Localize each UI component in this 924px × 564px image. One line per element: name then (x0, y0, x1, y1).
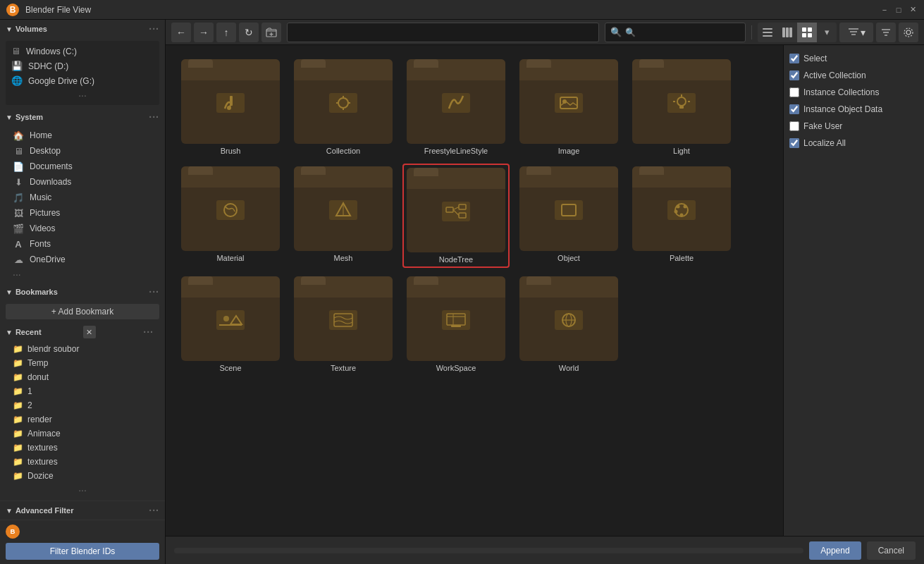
recent-item-6[interactable]: 📁 Animace (0, 427, 165, 441)
recent-item-4[interactable]: 📁 2 (0, 398, 165, 412)
volume-item-c[interactable]: 🖥 Windows (C:) (6, 44, 159, 59)
texture-folder-icon (328, 306, 359, 339)
file-item-image[interactable]: Image (515, 56, 622, 158)
refresh-button[interactable]: ↻ (239, 23, 259, 42)
settings-button[interactable] (899, 23, 918, 42)
view-dropdown-button[interactable]: ▾ (817, 23, 837, 42)
add-bookmark-button[interactable]: + Add Bookmark (6, 304, 159, 319)
onedrive-icon: ☁ (13, 254, 24, 265)
recent-item-label-7: textures (27, 443, 58, 453)
volumes-label: Volumes (16, 25, 47, 33)
instance-object-data-checkbox[interactable] (789, 104, 799, 114)
sidebar-item-label-fonts: Fonts (30, 239, 51, 249)
recent-item-5[interactable]: 📁 render (0, 412, 165, 427)
recent-item-3[interactable]: 📁 1 (0, 384, 165, 398)
recent-item-0[interactable]: 📁 blendr soubor (0, 342, 165, 356)
sidebar-item-pictures[interactable]: 🖼 Pictures (0, 205, 165, 221)
search-input[interactable] (605, 23, 746, 42)
advanced-filter-label: Advanced Filter (16, 506, 74, 515)
recent-item-2[interactable]: 📁 donut (0, 370, 165, 384)
sidebar-item-music[interactable]: 🎵 Music (0, 190, 165, 205)
instance-object-data-label[interactable]: Instance Object Data (803, 104, 882, 114)
advanced-filter-header[interactable]: ▼ Advanced Filter ··· (0, 501, 165, 520)
sidebar-item-documents[interactable]: 📄 Documents (0, 159, 165, 174)
file-name-collection: Collection (326, 147, 360, 155)
filter-blender-ids-button[interactable]: Filter Blender IDs (6, 543, 159, 560)
horizontal-scrollbar[interactable] (174, 548, 803, 553)
recent-header[interactable]: ▼ Recent ✕ ··· (0, 322, 165, 342)
column-view-button[interactable] (777, 23, 797, 42)
file-item-mesh[interactable]: Mesh (290, 164, 397, 268)
create-folder-button[interactable] (261, 23, 281, 42)
sort-button[interactable] (876, 23, 896, 42)
recent-toggle-icon: ▼ (6, 329, 13, 336)
append-button[interactable]: Append (809, 541, 861, 560)
grid-view-button[interactable] (797, 23, 817, 42)
localize-all-label[interactable]: Localize All (803, 138, 846, 148)
maximize-button[interactable]: □ (893, 4, 904, 16)
sidebar-item-label-pictures: Pictures (30, 208, 60, 218)
sidebar-item-label-home: Home (30, 130, 52, 140)
active-collection-checkbox[interactable] (789, 70, 799, 80)
toolbar-separator (751, 25, 752, 39)
recent-item-9[interactable]: 📁 Dozice (0, 469, 165, 483)
file-item-freestylelinestyle[interactable]: FreestyleLineStyle (402, 56, 510, 158)
sidebar-item-home[interactable]: 🏠 Home (0, 128, 165, 143)
fake-user-checkbox[interactable] (789, 121, 799, 131)
select-label[interactable]: Select (803, 54, 827, 63)
recent-item-7[interactable]: 📁 textures (0, 441, 165, 455)
instance-collections-checkbox[interactable] (789, 87, 799, 97)
file-item-workspace[interactable]: WorkSpace (402, 274, 510, 375)
blender-logo-small: B (6, 525, 20, 539)
file-item-world[interactable]: World (515, 274, 622, 375)
sidebar-item-fonts[interactable]: A Fonts (0, 236, 165, 252)
sidebar-item-onedrive[interactable]: ☁ OneDrive (0, 252, 165, 267)
cancel-button[interactable]: Cancel (867, 541, 916, 560)
volumes-section: ▼ Volumes ··· 🖥 Windows (C:) 💾 SDHC (D:)… (0, 20, 165, 108)
back-button[interactable]: ← (171, 23, 191, 42)
active-collection-label[interactable]: Active Collection (803, 70, 866, 80)
instance-collections-label[interactable]: Instance Collections (803, 87, 879, 97)
file-item-material[interactable]: Material (177, 164, 284, 268)
localize-all-checkbox[interactable] (789, 138, 799, 148)
svg-rect-15 (808, 33, 812, 37)
volume-item-g[interactable]: 🌐 Google Drive (G:) (6, 73, 159, 88)
recent-folder-icon-7: 📁 (13, 443, 23, 453)
up-button[interactable]: ↑ (216, 23, 236, 42)
file-item-nodetree[interactable]: NodeTree (402, 164, 510, 268)
file-item-scene[interactable]: Scene (177, 274, 284, 375)
minimize-button[interactable]: − (879, 4, 890, 16)
forward-button[interactable]: → (194, 23, 214, 42)
list-view-button[interactable] (758, 23, 777, 42)
file-item-palette[interactable]: Palette (628, 164, 735, 268)
fake-user-label[interactable]: Fake User (803, 121, 842, 131)
recent-close-button[interactable]: ✕ (83, 326, 96, 338)
svg-point-22 (906, 30, 911, 35)
sidebar-item-desktop[interactable]: 🖥 Desktop (0, 143, 165, 159)
close-button[interactable]: ✕ (907, 4, 918, 16)
bookmarks-header[interactable]: ▼ Bookmarks ··· (0, 283, 165, 301)
volumes-header[interactable]: ▼ Volumes ··· (0, 20, 165, 38)
file-name-mesh: Mesh (334, 254, 353, 262)
file-item-texture[interactable]: Texture (290, 274, 397, 375)
file-item-brush[interactable]: Brush (177, 56, 284, 158)
file-item-light[interactable]: Light (628, 56, 735, 158)
file-item-collection[interactable]: Collection (290, 56, 397, 158)
volume-item-d[interactable]: 💾 SDHC (D:) (6, 59, 159, 73)
recent-folder-icon-2: 📁 (13, 372, 23, 382)
select-checkbox[interactable] (789, 54, 799, 63)
file-item-object[interactable]: Object (515, 164, 622, 268)
recent-list: 📁 blendr soubor 📁 Temp 📁 donut 📁 1 📁 (0, 342, 165, 501)
svg-rect-68 (329, 310, 357, 330)
recent-item-1[interactable]: 📁 Temp (0, 356, 165, 370)
system-header[interactable]: ▼ System ··· (0, 108, 165, 126)
filter-button[interactable]: ▾ (839, 23, 873, 42)
svg-rect-12 (802, 27, 806, 32)
sidebar-item-downloads[interactable]: ⬇ Downloads (0, 174, 165, 190)
advanced-filter-section: ▼ Advanced Filter ··· (0, 501, 165, 520)
path-bar[interactable] (287, 23, 599, 42)
sidebar-item-videos[interactable]: 🎬 Videos (0, 221, 165, 236)
bookmarks-toggle-icon: ▼ (6, 288, 13, 296)
freestyle-folder-icon (441, 89, 472, 122)
recent-item-8[interactable]: 📁 textures (0, 455, 165, 469)
